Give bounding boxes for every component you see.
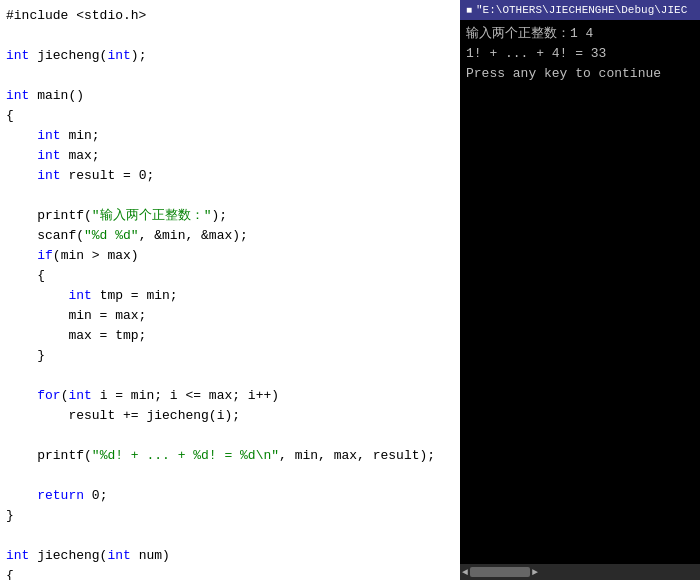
code-line: int jiecheng(int); [0,46,460,66]
console-content: 输入两个正整数：1 41! + ... + 4! = 33Press any k… [460,20,700,564]
code-line [0,26,460,46]
code-line: int jiecheng(int num) [0,546,460,566]
code-line: { [0,266,460,286]
console-scrollbar-thumb[interactable] [470,567,530,577]
console-output-line: 1! + ... + 4! = 33 [466,44,694,64]
code-line: printf("输入两个正整数："); [0,206,460,226]
code-line: printf("%d! + ... + %d! = %d\n", min, ma… [0,446,460,466]
code-line: int tmp = min; [0,286,460,306]
console-output-line: 输入两个正整数：1 4 [466,24,694,44]
console-scrollbar-area[interactable]: ◄ ► [460,564,700,580]
console-title-icon: ■ [466,5,472,16]
code-line: return 0; [0,486,460,506]
code-line [0,426,460,446]
console-output-line: Press any key to continue [466,64,694,84]
scroll-left-icon[interactable]: ◄ [462,567,468,578]
code-line [0,466,460,486]
code-editor: #include <stdio.h> int jiecheng(int); in… [0,0,460,580]
console-panel: ■ "E:\OTHERS\JIECHENGHE\Debug\JIEC 输入两个正… [460,0,700,580]
code-line [0,186,460,206]
scroll-right-icon[interactable]: ► [532,567,538,578]
code-line: #include <stdio.h> [0,6,460,26]
code-line: { [0,566,460,580]
code-line: min = max; [0,306,460,326]
code-line: int main() [0,86,460,106]
code-line [0,366,460,386]
code-line: } [0,346,460,366]
code-line: { [0,106,460,126]
code-line: if(min > max) [0,246,460,266]
code-line: for(int i = min; i <= max; i++) [0,386,460,406]
code-line: int min; [0,126,460,146]
console-title-text: "E:\OTHERS\JIECHENGHE\Debug\JIEC [476,4,687,16]
code-line: max = tmp; [0,326,460,346]
code-line: scanf("%d %d", &min, &max); [0,226,460,246]
code-line [0,66,460,86]
console-titlebar: ■ "E:\OTHERS\JIECHENGHE\Debug\JIEC [460,0,700,20]
code-line: int max; [0,146,460,166]
code-line: } [0,506,460,526]
code-line [0,526,460,546]
code-line: result += jiecheng(i); [0,406,460,426]
code-line: int result = 0; [0,166,460,186]
